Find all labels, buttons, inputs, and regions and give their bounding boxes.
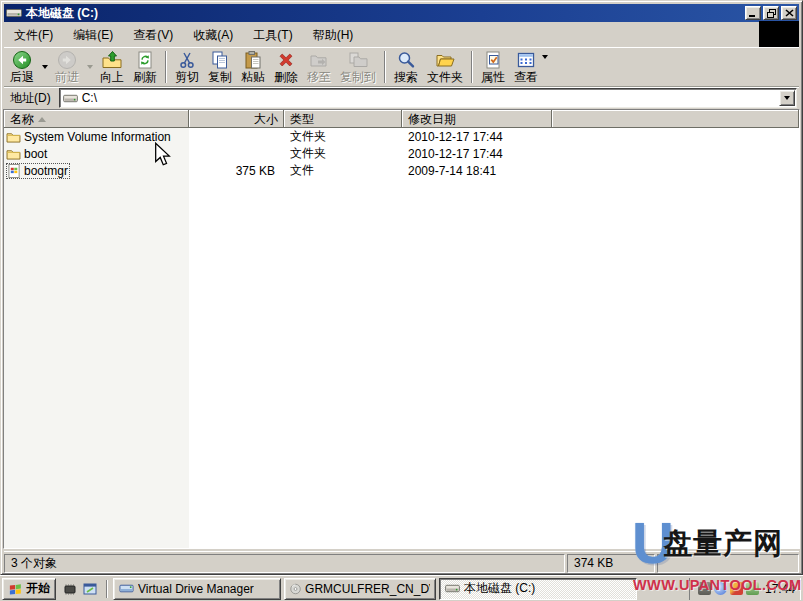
task-local-disk-c[interactable]: 本地磁盘 (C:) bbox=[439, 578, 637, 600]
up-label: 向上 bbox=[100, 70, 124, 84]
move-to-button: 移至 bbox=[304, 49, 334, 85]
paste-label: 粘贴 bbox=[241, 70, 265, 84]
windows-logo-icon bbox=[8, 582, 23, 596]
quick-launch-window-icon[interactable] bbox=[82, 581, 98, 597]
drive-icon bbox=[6, 7, 22, 19]
virtual-drive-icon bbox=[119, 582, 134, 595]
start-button[interactable]: 开始 bbox=[2, 578, 56, 600]
folders-label: 文件夹 bbox=[427, 70, 463, 84]
views-button[interactable]: 查看 bbox=[511, 49, 541, 85]
forward-button: 前进 bbox=[52, 49, 82, 85]
task-label: GRMCULFRER_CN_DVD (... bbox=[305, 582, 430, 596]
tray-icon[interactable] bbox=[698, 582, 711, 595]
task-grmculfrer-dvd[interactable]: GRMCULFRER_CN_DVD (... bbox=[284, 578, 436, 600]
chevron-down-icon bbox=[784, 96, 790, 100]
column-header-type[interactable]: 类型 bbox=[284, 110, 402, 128]
desktop-screen: 本地磁盘 (C:) 文件(F) 编辑(E) 查看(V) 收藏(A) 工具(T) … bbox=[0, 0, 803, 601]
cut-icon bbox=[177, 50, 197, 70]
copy-icon bbox=[210, 50, 230, 70]
copy-label: 复制 bbox=[208, 70, 232, 84]
search-button[interactable]: 搜索 bbox=[391, 49, 421, 85]
menu-bar: 文件(F) 编辑(E) 查看(V) 收藏(A) 工具(T) 帮助(H) bbox=[4, 23, 799, 47]
properties-label: 属性 bbox=[481, 70, 505, 84]
tray-icon[interactable] bbox=[746, 582, 759, 595]
table-row[interactable]: bootmgr 375 KB 文件 2009-7-14 18:41 bbox=[4, 162, 799, 179]
disc-icon bbox=[290, 582, 301, 596]
status-total-size: 374 KB bbox=[574, 556, 613, 570]
file-modified: 2009-7-14 18:41 bbox=[402, 164, 552, 178]
close-button[interactable] bbox=[781, 6, 797, 20]
file-name: boot bbox=[24, 147, 47, 161]
main-toolbar: 后退 前进 向上 刷新 剪切 复制 bbox=[4, 47, 799, 86]
throbber-box bbox=[759, 21, 799, 47]
column-label: 类型 bbox=[290, 111, 314, 128]
menu-view[interactable]: 查看(V) bbox=[123, 24, 183, 47]
file-list-view: 名称 大小 类型 修改日期 System Volume Information … bbox=[3, 109, 800, 549]
minimize-button[interactable] bbox=[745, 6, 761, 20]
file-name: System Volume Information bbox=[24, 130, 171, 144]
address-combo[interactable]: C:\ bbox=[59, 88, 797, 108]
task-virtual-drive-manager[interactable]: Virtual Drive Manager bbox=[113, 578, 281, 600]
address-label: 地址(D) bbox=[6, 90, 55, 107]
address-dropdown-button[interactable] bbox=[779, 90, 795, 106]
drive-icon bbox=[445, 583, 460, 594]
start-label: 开始 bbox=[26, 580, 50, 597]
column-header-size[interactable]: 大小 bbox=[189, 110, 284, 128]
sorted-column-tint bbox=[4, 128, 189, 549]
tray-icon[interactable] bbox=[730, 582, 743, 595]
views-label: 查看 bbox=[514, 70, 538, 84]
file-name: bootmgr bbox=[24, 164, 68, 178]
explorer-window: 本地磁盘 (C:) 文件(F) 编辑(E) 查看(V) 收藏(A) 工具(T) … bbox=[0, 0, 803, 575]
copy-to-button: 复制到 bbox=[337, 49, 379, 85]
restore-button[interactable] bbox=[763, 6, 779, 20]
window-title: 本地磁盘 (C:) bbox=[26, 5, 98, 22]
status-size-pane: 374 KB bbox=[567, 554, 655, 573]
chevron-down-icon bbox=[87, 65, 93, 69]
back-button[interactable]: 后退 bbox=[7, 49, 37, 85]
drive-icon bbox=[63, 93, 78, 104]
back-dropdown[interactable] bbox=[40, 49, 49, 85]
folders-icon bbox=[435, 50, 455, 70]
move-to-icon bbox=[309, 50, 329, 70]
table-row[interactable]: boot 文件夹 2010-12-17 17:44 bbox=[4, 145, 799, 162]
table-row[interactable]: System Volume Information 文件夹 2010-12-17… bbox=[4, 128, 799, 145]
status-objects-pane: 3 个对象 bbox=[4, 554, 565, 573]
delete-button[interactable]: 删除 bbox=[271, 49, 301, 85]
views-dropdown[interactable] bbox=[542, 49, 548, 59]
folders-button[interactable]: 文件夹 bbox=[424, 49, 466, 85]
status-bar: 3 个对象 374 KB bbox=[4, 551, 799, 573]
column-label: 名称 bbox=[10, 111, 34, 128]
cut-button[interactable]: 剪切 bbox=[172, 49, 202, 85]
forward-icon bbox=[57, 50, 77, 70]
close-icon bbox=[785, 9, 794, 17]
forward-dropdown bbox=[85, 49, 94, 85]
menu-edit[interactable]: 编辑(E) bbox=[63, 24, 123, 47]
menu-favorites[interactable]: 收藏(A) bbox=[183, 24, 243, 47]
copy-button[interactable]: 复制 bbox=[205, 49, 235, 85]
title-bar[interactable]: 本地磁盘 (C:) bbox=[4, 4, 799, 22]
views-icon bbox=[516, 50, 536, 70]
file-size: 375 KB bbox=[189, 164, 284, 178]
task-label: Virtual Drive Manager bbox=[138, 582, 254, 596]
search-icon bbox=[396, 50, 416, 70]
up-button[interactable]: 向上 bbox=[97, 49, 127, 85]
toolbar-separator bbox=[165, 51, 167, 83]
column-header-modified[interactable]: 修改日期 bbox=[402, 110, 552, 128]
tray-icon[interactable] bbox=[714, 582, 727, 595]
paste-button[interactable]: 粘贴 bbox=[238, 49, 268, 85]
properties-button[interactable]: 属性 bbox=[478, 49, 508, 85]
menu-help[interactable]: 帮助(H) bbox=[303, 24, 364, 47]
file-type: 文件夹 bbox=[284, 145, 402, 162]
file-type: 文件夹 bbox=[284, 128, 402, 145]
quick-launch-chip-icon[interactable] bbox=[62, 581, 78, 597]
menu-file[interactable]: 文件(F) bbox=[4, 24, 63, 47]
column-header-name[interactable]: 名称 bbox=[4, 110, 189, 128]
move-to-label: 移至 bbox=[307, 70, 331, 84]
chevron-down-icon bbox=[542, 55, 548, 59]
column-label: 修改日期 bbox=[408, 111, 456, 128]
menu-tools[interactable]: 工具(T) bbox=[243, 24, 302, 47]
refresh-label: 刷新 bbox=[133, 70, 157, 84]
copy-to-label: 复制到 bbox=[340, 70, 376, 84]
refresh-button[interactable]: 刷新 bbox=[130, 49, 160, 85]
system-tray: 17:44 bbox=[689, 578, 801, 600]
